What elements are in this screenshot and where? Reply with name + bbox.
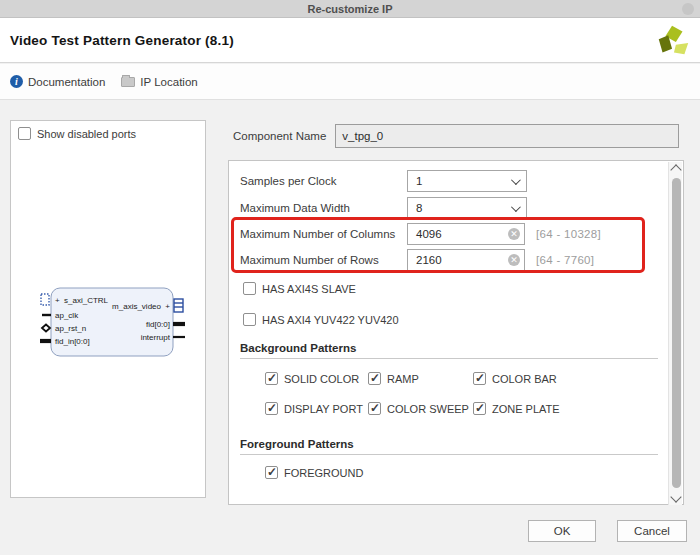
documentation-menu[interactable]: Documentation [10, 75, 105, 88]
plus-expand-right[interactable]: + [165, 302, 170, 311]
port-fid-in: fid_in[0:0] [55, 337, 90, 346]
chevron-down-icon [511, 175, 521, 185]
max-data-width-value: 8 [416, 202, 422, 214]
section-divider [240, 358, 658, 359]
samples-per-clock-value: 1 [416, 175, 422, 187]
ip-location-menu[interactable]: IP Location [121, 76, 197, 88]
plus-expand-left[interactable]: + [55, 296, 60, 305]
window-title: Re-customize IP [308, 3, 393, 15]
show-disabled-ports-label: Show disabled ports [37, 128, 136, 140]
dialog-footer: OK Cancel [0, 510, 700, 555]
display-port-checkbox[interactable] [265, 402, 278, 415]
solid-color-label: SOLID COLOR [284, 373, 359, 385]
has-axi4-yuv-label: HAS AXI4 YUV422 YUV420 [262, 314, 399, 326]
port-fid-out: fid[0:0] [146, 320, 170, 329]
info-icon [10, 75, 23, 88]
color-bar-checkbox[interactable] [473, 372, 486, 385]
ip-block-diagram: + s_axi_CTRL ap_clk ap_rst_n fid_in[0:0]… [33, 284, 203, 364]
xilinx-logo-icon [654, 23, 692, 65]
foreground-patterns-title: Foreground Patterns [240, 438, 354, 450]
scroll-up-icon[interactable] [670, 164, 681, 175]
ramp-label: RAMP [387, 373, 419, 385]
has-axi4s-slave-checkbox[interactable] [243, 282, 256, 295]
port-ap-clk: ap_clk [55, 311, 79, 320]
max-columns-range: [64 - 10328] [536, 228, 601, 240]
color-bar-option[interactable]: COLOR BAR [473, 372, 557, 385]
max-rows-input[interactable]: 2160 [407, 249, 525, 271]
component-name-input[interactable]: v_tpg_0 [335, 124, 679, 148]
color-sweep-checkbox[interactable] [368, 402, 381, 415]
color-sweep-label: COLOR SWEEP [387, 403, 469, 415]
max-data-width-select[interactable]: 8 [407, 197, 527, 219]
folder-icon [121, 77, 135, 87]
samples-per-clock-select[interactable]: 1 [407, 170, 527, 192]
zone-plate-label: ZONE PLATE [492, 403, 560, 415]
ramp-option[interactable]: RAMP [368, 372, 419, 385]
cancel-button[interactable]: Cancel [617, 520, 687, 542]
ip-location-label: IP Location [140, 76, 197, 88]
show-disabled-ports-option[interactable]: Show disabled ports [18, 127, 136, 140]
scroll-down-icon[interactable] [670, 491, 681, 502]
foreground-checkbox[interactable] [265, 466, 278, 479]
window-titlebar[interactable]: Re-customize IP [0, 0, 700, 18]
ap-rst-n-icon [42, 325, 50, 332]
s-axi-ctrl-interface-icon [41, 294, 49, 305]
chevron-down-icon [511, 202, 521, 212]
port-m-axis-video: m_axis_video [112, 302, 161, 311]
clear-icon[interactable] [508, 254, 520, 266]
zone-plate-option[interactable]: ZONE PLATE [473, 402, 560, 415]
documentation-label: Documentation [28, 76, 105, 88]
show-disabled-ports-checkbox[interactable] [18, 127, 31, 140]
section-divider [240, 454, 658, 455]
vertical-scrollbar[interactable] [668, 162, 682, 505]
solid-color-checkbox[interactable] [265, 372, 278, 385]
window-control-button[interactable] [682, 3, 694, 15]
port-interrupt: interrupt [141, 333, 171, 342]
port-ap-rst-n: ap_rst_n [55, 324, 86, 333]
ip-title: Video Test Pattern Generator (8.1) [10, 33, 234, 48]
ok-button[interactable]: OK [528, 520, 596, 542]
has-axi4-yuv-checkbox[interactable] [243, 313, 256, 326]
component-name-row: Component Name v_tpg_0 [233, 124, 679, 148]
max-data-width-label: Maximum Data Width [240, 202, 350, 214]
zone-plate-checkbox[interactable] [473, 402, 486, 415]
foreground-option[interactable]: FOREGROUND [265, 466, 363, 479]
samples-per-clock-label: Samples per Clock [240, 175, 337, 187]
component-name-label: Component Name [233, 130, 326, 142]
max-columns-label: Maximum Number of Columns [240, 228, 395, 240]
has-axi4s-slave-label: HAS AXI4S SLAVE [262, 283, 356, 295]
ramp-checkbox[interactable] [368, 372, 381, 385]
has-axi4-yuv-option[interactable]: HAS AXI4 YUV422 YUV420 [243, 313, 399, 326]
solid-color-option[interactable]: SOLID COLOR [265, 372, 359, 385]
color-sweep-option[interactable]: COLOR SWEEP [368, 402, 469, 415]
background-patterns-title: Background Patterns [240, 342, 356, 354]
max-rows-range: [64 - 7760] [536, 254, 594, 266]
display-port-option[interactable]: DISPLAY PORT [265, 402, 363, 415]
color-bar-label: COLOR BAR [492, 373, 557, 385]
clear-icon[interactable] [508, 228, 520, 240]
max-rows-label: Maximum Number of Rows [240, 254, 379, 266]
dialog-header: Video Test Pattern Generator (8.1) [0, 18, 700, 63]
scrollbar-thumb[interactable] [672, 178, 681, 488]
ip-symbol-panel: Show disabled ports + s_axi_CTRL ap_clk … [10, 120, 206, 498]
port-s-axi-ctrl: s_axi_CTRL [64, 296, 109, 305]
max-rows-value: 2160 [416, 254, 442, 266]
ip-toolbar: Documentation IP Location [0, 64, 700, 100]
m-axis-video-interface-icon [174, 299, 183, 312]
has-axi4s-slave-option[interactable]: HAS AXI4S SLAVE [243, 282, 356, 295]
foreground-label: FOREGROUND [284, 467, 363, 479]
max-columns-value: 4096 [416, 228, 442, 240]
display-port-label: DISPLAY PORT [284, 403, 363, 415]
max-columns-input[interactable]: 4096 [407, 223, 525, 245]
